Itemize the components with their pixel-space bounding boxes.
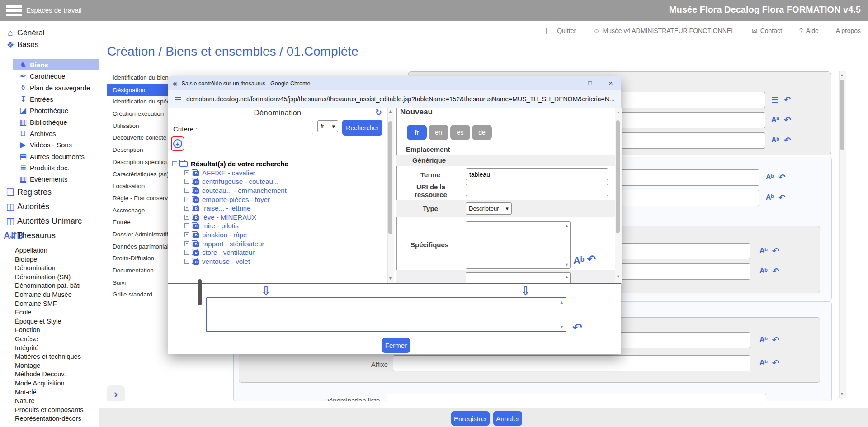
specifiques-textarea[interactable]: ▲ ▼	[466, 221, 571, 269]
affixe-input[interactable]	[393, 355, 750, 371]
hamburger-menu-icon[interactable]	[6, 5, 22, 16]
expand-icon[interactable]: +	[184, 206, 189, 211]
site-info-icon[interactable]	[175, 96, 182, 102]
dialog-right-scrollbar-thumb[interactable]	[616, 120, 620, 233]
sidebar-item[interactable]: ↧ Entrées	[0, 94, 99, 105]
type-select[interactable]: Descripteur ▾	[466, 202, 512, 215]
sidebar-item[interactable]: ◫ Autorités Unimarc	[0, 214, 99, 228]
expand-icon[interactable]: +	[184, 223, 189, 228]
expand-icon[interactable]: +	[184, 188, 189, 193]
undo-icon[interactable]: ↶	[784, 94, 791, 105]
sidebar-item[interactable]: ▥ Bibliothèque	[0, 116, 99, 127]
sidebar-item[interactable]: ▤ Autres documents	[0, 150, 99, 162]
about-link[interactable]: A propos	[836, 27, 861, 34]
result-textarea[interactable]: ▲ ▼	[206, 297, 566, 332]
expand-icon[interactable]: +	[184, 170, 189, 175]
sidebar-item[interactable]: ♞ Biens	[13, 59, 99, 70]
undo-icon[interactable]: ↶	[772, 358, 779, 368]
add-term-button[interactable]: +	[171, 136, 184, 151]
list-icon[interactable]: ☰	[771, 95, 778, 105]
tree-item[interactable]: + D lève - MINERAUX	[184, 213, 385, 222]
text-convert-icon[interactable]: Aᵇ	[760, 336, 768, 344]
tree-item[interactable]: + D couteau... - emmanchement	[184, 186, 385, 195]
scroll-down-icon[interactable]: ▼	[839, 391, 845, 397]
dialog-titlebar[interactable]: ◉ Saisie contrôlée sur un thesaurus - Go…	[168, 76, 621, 90]
tree-item[interactable]: + D mire - pilotis	[184, 221, 385, 230]
scroll-up-icon[interactable]: ▲	[615, 109, 621, 115]
contact-link[interactable]: ✉ Contact	[752, 27, 782, 34]
lang-tab-es[interactable]: es	[450, 125, 470, 140]
undo-icon[interactable]: ↶	[784, 135, 791, 145]
sidebar-item[interactable]: Biotope	[0, 255, 99, 264]
text-convert-icon[interactable]: Aᵇ	[766, 173, 774, 181]
scroll-up-icon[interactable]: ▲	[839, 72, 845, 78]
collapse-icon[interactable]: −	[172, 161, 177, 166]
tree-root[interactable]: − Résultat(s) de votre recherche	[172, 160, 385, 169]
save-button[interactable]: Enregistrer	[451, 411, 490, 426]
sidebar-item[interactable]: ◫ Autorités	[0, 199, 99, 214]
undo-icon[interactable]: ↶	[778, 172, 786, 183]
text-convert-icon[interactable]: Aᵇ	[760, 247, 768, 255]
sidebar-item[interactable]: ⚱ Plan de sauvegarde	[0, 82, 99, 94]
sidebar-item[interactable]: Dénomination (SN)	[0, 272, 99, 282]
tabs-scrollbar-thumb[interactable]	[198, 279, 202, 305]
scroll-down-icon[interactable]: ▼	[615, 274, 621, 279]
sidebar-item[interactable]: Intégrité	[0, 343, 99, 352]
tree-item[interactable]: + D ventouse - volet	[184, 257, 385, 266]
scroll-down-icon[interactable]: ▼	[387, 276, 393, 281]
criteria-input[interactable]	[198, 121, 313, 134]
main-scrollbar-thumb[interactable]	[840, 80, 844, 150]
scroll-down-icon[interactable]: ▼	[564, 262, 570, 267]
sidebar-item[interactable]: Mode Acquisition	[0, 379, 99, 388]
sidebar-item[interactable]: Fonction	[0, 326, 99, 335]
sidebar-item[interactable]: A⇵B Thesaurus	[0, 228, 99, 243]
dialog-left-scrollbar-thumb[interactable]	[388, 121, 392, 234]
expand-icon[interactable]: +	[184, 215, 189, 220]
user-account[interactable]: ☺ Musée v4 ADMINISTRATEUR FONCTIONNEL	[593, 27, 735, 34]
terme-input[interactable]: tableau	[466, 168, 608, 180]
sidebar-item[interactable]: Genèse	[0, 334, 99, 343]
sidebar-item[interactable]: ⌂ Général	[0, 27, 99, 39]
minimize-button[interactable]: –	[559, 76, 580, 90]
sidebar-item[interactable]: Appellation	[0, 246, 99, 255]
tree-item[interactable]: + D emporte-pièces - foyer	[184, 195, 385, 204]
undo-icon[interactable]: ↶	[772, 335, 779, 345]
sidebar-item[interactable]: ❏ Registres	[0, 185, 99, 199]
lang-tab-de[interactable]: de	[472, 125, 492, 140]
sidebar-item[interactable]: ◪ Photothèque	[0, 105, 99, 116]
sidebar-item[interactable]: Nature	[0, 396, 99, 405]
uri-input[interactable]	[466, 184, 608, 196]
sidebar-item[interactable]: Mot-clé	[0, 388, 99, 397]
tree-item[interactable]: + D fraise... - lettrine	[184, 204, 385, 213]
sidebar-item[interactable]: Ecole	[0, 308, 99, 317]
help-link[interactable]: ? Aide	[799, 27, 819, 34]
undo-icon[interactable]: ↶	[772, 266, 779, 277]
lang-tab-fr[interactable]: fr	[407, 125, 427, 140]
expand-icon[interactable]: +	[184, 259, 189, 264]
refresh-icon[interactable]: ↻	[375, 108, 382, 117]
tree-item[interactable]: + D store - ventilateur	[184, 248, 385, 257]
sidebar-item[interactable]: Dénomination pat. bâti	[0, 282, 99, 291]
expand-icon[interactable]: +	[184, 250, 189, 255]
sidebar-item[interactable]: ≣ Produits doc.	[0, 162, 99, 174]
tree-item[interactable]: + D centrifugeuse - couteau...	[184, 177, 385, 186]
undo-icon[interactable]: ↶	[772, 246, 779, 256]
sidebar-item[interactable]: Montage	[0, 361, 99, 370]
sidebar-item[interactable]: Dénomination	[0, 263, 99, 272]
scroll-up-icon[interactable]: ▲	[564, 274, 570, 279]
close-dialog-button[interactable]: Fermer	[382, 338, 410, 353]
text-convert-icon[interactable]: Aᵇ	[573, 255, 585, 267]
sidebar-item[interactable]: Méthode Decouv.	[0, 370, 99, 379]
sidebar-item[interactable]: Produits et composants	[0, 405, 99, 414]
sidebar-item[interactable]: ▶ Vidéos - Sons	[0, 139, 99, 150]
sidebar-item[interactable]: Représentation-décors	[0, 414, 99, 423]
text-convert-icon[interactable]: Aᵇ	[771, 116, 779, 124]
expand-icon[interactable]: +	[184, 179, 189, 184]
sidebar-item[interactable]: Domaine SMF	[0, 299, 99, 308]
search-button[interactable]: Rechercher	[342, 120, 382, 136]
workspace-label[interactable]: Espaces de travail	[26, 6, 82, 14]
maximize-button[interactable]: □	[580, 76, 600, 90]
expand-icon[interactable]: +	[184, 232, 189, 237]
scroll-up-icon[interactable]: ▲	[387, 108, 393, 114]
text-convert-icon[interactable]: Aᵇ	[760, 359, 768, 367]
